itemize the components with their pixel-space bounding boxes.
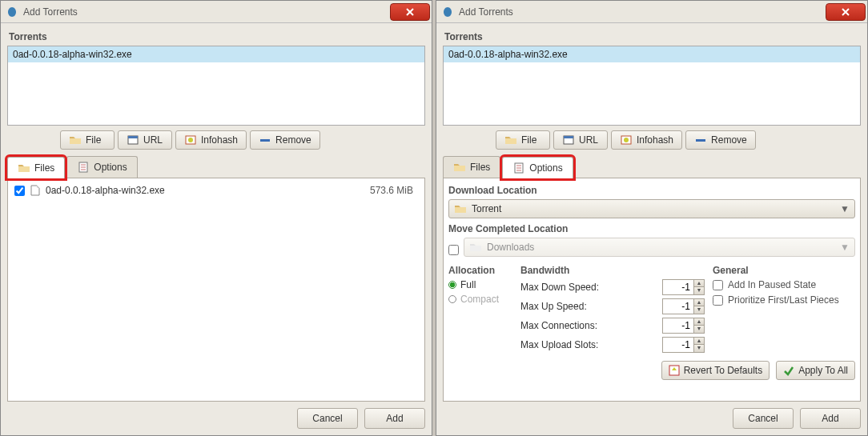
dialog-buttons: Cancel Add: [443, 408, 861, 429]
spinner-up[interactable]: ▲: [694, 280, 704, 287]
tab-options[interactable]: Options: [502, 157, 573, 178]
torrent-list-item[interactable]: 0ad-0.0.18-alpha-win32.exe: [8, 46, 424, 62]
add-button[interactable]: Add: [364, 408, 425, 429]
add-torrents-dialog-left: Add Torrents Torrents 0ad-0.0.18-alpha-w…: [0, 0, 432, 436]
add-url-button[interactable]: URL: [118, 130, 172, 150]
spinner-down[interactable]: ▼: [694, 345, 704, 352]
btn-label: File: [86, 134, 101, 146]
cancel-button[interactable]: Cancel: [297, 408, 358, 429]
max-down-speed-spinner[interactable]: ▲▼: [662, 279, 705, 295]
svg-rect-10: [696, 139, 705, 142]
titlebar: Add Torrents: [1, 1, 432, 23]
bw-label: Max Up Speed:: [520, 301, 662, 312]
max-upload-slots-spinner[interactable]: ▲▼: [662, 337, 705, 353]
spinner-down[interactable]: ▼: [694, 326, 704, 333]
allocation-compact-radio[interactable]: Compact: [448, 294, 512, 305]
torrents-section-title: Torrents: [444, 31, 861, 42]
app-icon: [6, 6, 18, 18]
file-include-checkbox[interactable]: [14, 186, 25, 196]
btn-label: Revert To Defaults: [684, 365, 763, 376]
tab-options[interactable]: Options: [66, 156, 137, 178]
spinner-input[interactable]: [662, 318, 694, 334]
url-icon: [127, 134, 139, 146]
add-paused-checkbox[interactable]: [713, 280, 723, 290]
radio-unselected-icon: [448, 295, 456, 303]
remove-button[interactable]: Remove: [685, 130, 756, 150]
cancel-button[interactable]: Cancel: [733, 408, 794, 429]
download-location-selector[interactable]: Torrent ▼: [448, 199, 855, 218]
spinner-input[interactable]: [662, 298, 694, 314]
spinner-up[interactable]: ▲: [694, 338, 704, 345]
download-location-value: Torrent: [472, 203, 840, 214]
bw-label: Max Upload Slots:: [520, 339, 662, 350]
general-column: General Add In Paused State Prioritize F…: [713, 265, 855, 356]
folder-icon: [453, 161, 466, 174]
tab-files[interactable]: Files: [7, 157, 65, 178]
chevron-down-icon: ▼: [840, 203, 850, 214]
tab-label: Files: [34, 162, 54, 174]
window-title: Add Torrents: [459, 6, 826, 18]
btn-label: URL: [143, 134, 163, 146]
move-completed-checkbox[interactable]: [448, 245, 459, 255]
btn-label: Remove: [275, 134, 311, 146]
move-completed-enable[interactable]: Downloads ▼: [448, 238, 855, 262]
options-action-row: Revert To Defaults Apply To All: [448, 361, 855, 380]
spinner-down[interactable]: ▼: [694, 287, 704, 294]
btn-label: File: [521, 134, 536, 146]
folder-icon: [18, 162, 30, 174]
svg-point-3: [188, 138, 193, 142]
max-connections-spinner[interactable]: ▲▼: [662, 318, 705, 334]
options-pane: Download Location Torrent ▼ Move Complet…: [443, 178, 861, 402]
dialog-body: Torrents 0ad-0.0.18-alpha-win32.exe File…: [436, 23, 867, 435]
radio-label: Compact: [460, 294, 499, 305]
prioritize-row[interactable]: Prioritize First/Last Pieces: [713, 294, 855, 306]
window-title: Add Torrents: [23, 6, 390, 18]
torrent-source-toolbar: File URL Infohash Remove: [496, 130, 861, 150]
move-completed-label: Move Completed Location: [448, 223, 855, 234]
btn-label: Infohash: [637, 134, 673, 146]
folder-icon: [469, 241, 482, 254]
btn-label: Infohash: [201, 134, 238, 146]
add-button[interactable]: Add: [800, 408, 861, 429]
spinner-up[interactable]: ▲: [694, 299, 704, 306]
add-url-button[interactable]: URL: [553, 130, 608, 150]
move-completed-value: Downloads: [487, 242, 840, 253]
close-button[interactable]: [826, 3, 866, 21]
torrent-list-item[interactable]: 0ad-0.0.18-alpha-win32.exe: [444, 46, 860, 62]
allocation-full-radio[interactable]: Full: [448, 279, 512, 290]
dialog-body: Torrents 0ad-0.0.18-alpha-win32.exe File…: [1, 23, 432, 435]
svg-rect-7: [564, 136, 573, 138]
bw-label: Max Down Speed:: [520, 282, 662, 293]
max-connections-row: Max Connections: ▲▼: [520, 318, 705, 334]
revert-defaults-button[interactable]: Revert To Defaults: [661, 361, 770, 380]
remove-icon: [694, 134, 707, 146]
torrents-section-title: Torrents: [9, 31, 425, 42]
add-infohash-button[interactable]: Infohash: [175, 130, 247, 150]
apply-to-all-button[interactable]: Apply To All: [776, 361, 855, 380]
options-icon: [77, 161, 90, 174]
add-file-button[interactable]: File: [496, 130, 550, 150]
svg-rect-4: [260, 139, 270, 142]
chk-label: Prioritize First/Last Pieces: [728, 294, 839, 306]
add-file-button[interactable]: File: [60, 130, 115, 150]
tab-files[interactable]: Files: [443, 156, 500, 178]
remove-button[interactable]: Remove: [250, 130, 320, 150]
torrent-list[interactable]: 0ad-0.0.18-alpha-win32.exe: [7, 46, 425, 126]
spinner-input[interactable]: [662, 279, 694, 295]
tabs: Files Options: [443, 156, 861, 178]
file-row[interactable]: 0ad-0.0.18-alpha-win32.exe 573.6 MiB: [13, 183, 420, 198]
add-infohash-button[interactable]: Infohash: [611, 130, 682, 150]
remove-icon: [259, 134, 271, 146]
spinner-input[interactable]: [662, 337, 694, 353]
max-up-speed-spinner[interactable]: ▲▼: [662, 298, 705, 314]
max-upload-slots-row: Max Upload Slots: ▲▼: [520, 337, 705, 353]
prioritize-checkbox[interactable]: [713, 295, 723, 306]
radio-label: Full: [460, 279, 476, 290]
max-down-speed-row: Max Down Speed: ▲▼: [520, 279, 705, 295]
spinner-down[interactable]: ▼: [694, 306, 704, 314]
close-button[interactable]: [390, 3, 430, 21]
spinner-up[interactable]: ▲: [694, 318, 704, 326]
torrent-list[interactable]: 0ad-0.0.18-alpha-win32.exe: [443, 46, 861, 126]
tabs: Files Options: [7, 156, 425, 178]
add-paused-row[interactable]: Add In Paused State: [713, 279, 855, 290]
